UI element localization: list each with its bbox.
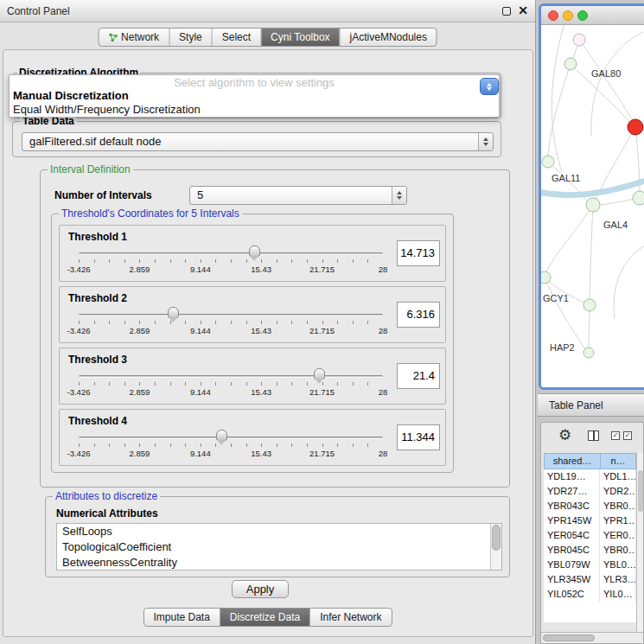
select-all-checkbox-icon[interactable]: ✓ (611, 431, 620, 440)
threshold-label: Threshold 2 (68, 292, 127, 304)
numerical-attributes-list[interactable]: SelfLoopsTopologicalCoefficientBetweenne… (56, 523, 502, 571)
zoom-button[interactable] (577, 10, 588, 21)
combo-stepper-icon[interactable] (478, 133, 493, 150)
table-row[interactable]: YPR145WYPR1… (544, 513, 636, 528)
number-of-intervals-label: Number of Intervals (54, 189, 152, 201)
table-row[interactable]: YER054CYER0… (544, 528, 636, 543)
tick-label: 9.144 (190, 265, 211, 274)
table-row[interactable]: YIL052CYIL0… (544, 587, 636, 602)
table-row[interactable]: YLR345WYLR3… (544, 572, 636, 587)
network-edge (600, 199, 634, 205)
network-edge (579, 40, 634, 122)
columns-icon[interactable] (588, 430, 599, 441)
gear-icon[interactable]: ⚙ (558, 427, 571, 444)
slider-track[interactable] (79, 437, 383, 439)
slider-tick-labels: -3.4262.8599.14415.4321.71528 (79, 387, 383, 398)
dropdown-hint: Select algorithm to view settings (10, 76, 499, 89)
threshold-slider[interactable]: -3.4262.8599.14415.4321.71528 (79, 429, 383, 463)
tab-cyni-toolbox[interactable]: Cyni Toolbox (261, 29, 340, 46)
algorithm-combo-stepper[interactable] (480, 78, 499, 95)
node[interactable] (583, 299, 596, 311)
node-gal4[interactable] (586, 198, 600, 212)
horizontal-scrollbar[interactable] (541, 632, 643, 643)
network-edge (614, 245, 644, 319)
tick-label: 15.43 (251, 449, 271, 458)
table-cell: YER0… (600, 528, 636, 543)
table-row[interactable]: YDL19…YDL1… (544, 469, 636, 484)
threshold-value-field[interactable]: 11.344 (397, 424, 440, 450)
list-item[interactable]: BetweennessCentrality (57, 555, 501, 571)
network-window-titlebar (541, 6, 644, 25)
threshold-rows: Threshold 1 -3.4262.8599.14415.4321.7152… (52, 225, 453, 466)
list-item[interactable]: TopologicalCoefficient (57, 539, 501, 555)
number-of-intervals-value: 5 (197, 187, 203, 204)
minimize-button[interactable] (563, 10, 573, 21)
list-item[interactable]: SelfLoops (57, 524, 501, 539)
table-cell: YBL079W (544, 558, 600, 572)
node[interactable] (573, 34, 585, 46)
tab-style[interactable]: Style (169, 29, 213, 46)
tab-impute-data[interactable]: Impute Data (143, 609, 220, 626)
threshold-slider[interactable]: -3.4262.8599.14415.4321.71528 (79, 245, 383, 279)
slider-track[interactable] (79, 252, 383, 255)
table-row[interactable]: YBR045CYBR0… (544, 543, 636, 558)
vertical-scrollbar[interactable] (636, 453, 644, 632)
close-button[interactable] (548, 10, 558, 21)
table-row[interactable]: YBR043CYBR0… (544, 499, 636, 513)
table-cell: YBR0… (600, 499, 636, 513)
scrollbar-thumb[interactable] (638, 470, 643, 512)
node-red[interactable] (628, 119, 643, 135)
node[interactable] (633, 191, 644, 205)
table-cell: YBR0… (600, 543, 636, 558)
tab-jactivemnodules[interactable]: jActiveMNodules (341, 29, 437, 46)
unselect-all-checkbox-icon[interactable]: ✓ (623, 431, 632, 440)
node-gal80[interactable] (564, 58, 577, 70)
network-graph: GAL80 GAL11 GAL4 GCY1 HAP2 (541, 25, 644, 387)
algorithm-dropdown-list: Select algorithm to view settings Manual… (9, 74, 500, 118)
tab-network[interactable]: Network (99, 29, 169, 46)
slider-thumb[interactable] (216, 430, 227, 441)
tab-infer-network[interactable]: Infer Network (310, 609, 391, 626)
slider-track[interactable] (79, 314, 383, 316)
network-canvas[interactable]: GAL80 GAL11 GAL4 GCY1 HAP2 (541, 25, 644, 387)
number-of-intervals-combo[interactable]: 5 (189, 186, 407, 205)
node-gal11[interactable] (542, 156, 554, 168)
threshold-slider[interactable]: -3.4262.8599.14415.4321.71528 (79, 306, 383, 341)
combo-stepper-icon[interactable] (392, 187, 406, 204)
threshold-value-field[interactable]: 14.713 (397, 240, 440, 266)
node-label-hap2: HAP2 (550, 342, 575, 353)
threshold-value-field[interactable]: 6.316 (397, 302, 440, 328)
float-window-icon[interactable] (502, 7, 511, 16)
tick-label: 21.715 (309, 326, 335, 335)
tick-label: 15.43 (251, 326, 271, 335)
node-label-gal11: GAL11 (552, 173, 580, 183)
slider-thumb[interactable] (249, 245, 260, 257)
table-row[interactable]: YBL079WYBL0… (544, 558, 636, 572)
table-row[interactable]: YDR27…YDR2… (544, 484, 636, 499)
table-cell: YBR045C (544, 543, 600, 558)
slider-track[interactable] (79, 375, 383, 378)
scrollbar-thumb[interactable] (492, 525, 501, 551)
tab-discretize-data[interactable]: Discretize Data (220, 609, 310, 626)
tick-label: 2.859 (130, 265, 150, 274)
column-header[interactable]: shared… (544, 453, 600, 469)
threshold-slider[interactable]: -3.4262.8599.14415.4321.71528 (79, 367, 383, 402)
tick-label: 15.43 (251, 387, 271, 397)
threshold-value-field[interactable]: 21.4 (397, 363, 440, 389)
dropdown-option-manual-discretization[interactable]: Manual Discretization (13, 89, 129, 102)
node-gcy1[interactable] (541, 271, 551, 284)
apply-button[interactable]: Apply (232, 580, 289, 598)
table-data-combo[interactable]: galFiltered.sif default node (22, 132, 494, 151)
list-scrollbar[interactable] (490, 524, 501, 570)
slider-tick-labels: -3.4262.8599.14415.4321.71528 (79, 326, 383, 336)
slider-thumb[interactable] (168, 307, 179, 318)
slider-thumb[interactable] (314, 368, 325, 379)
bottom-tab-bar: Impute DataDiscretize DataInfer Network (143, 608, 392, 627)
node-hap2[interactable] (583, 348, 594, 358)
dropdown-option-equal-width[interactable]: Equal Width/Frequency Discretization (13, 103, 201, 116)
tab-select[interactable]: Select (213, 29, 261, 46)
scrollbar-thumb[interactable] (543, 634, 595, 641)
close-icon[interactable]: ✕ (518, 3, 528, 17)
column-header[interactable]: n… (600, 453, 636, 469)
table-panel: ⚙ ✓ ✓ shared…n… YDL19…YDL1…YDR27…YDR2…YB… (540, 422, 644, 644)
